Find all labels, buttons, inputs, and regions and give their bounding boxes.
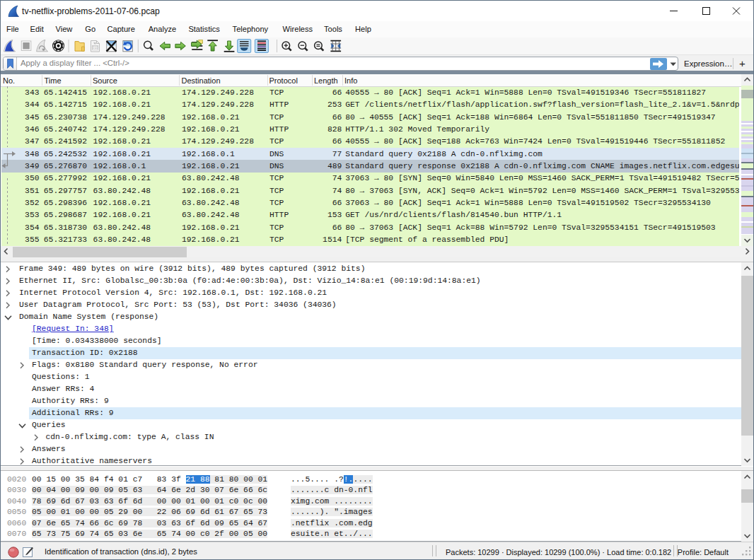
svg-text:010: 010 (92, 46, 98, 49)
